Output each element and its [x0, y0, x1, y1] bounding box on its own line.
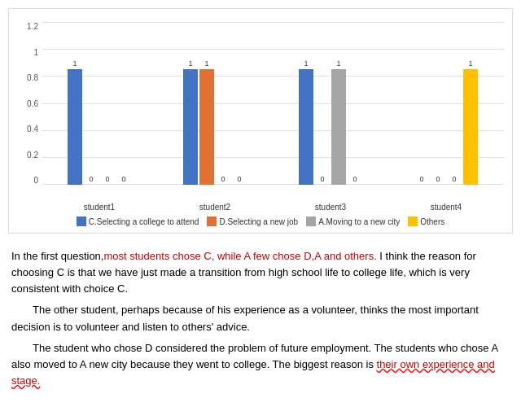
bar-wrapper: 1: [199, 59, 214, 185]
bar-value-label: 0: [452, 175, 456, 183]
legend-color-box: [77, 217, 86, 226]
x-axis-label: student2: [157, 201, 273, 212]
y-axis-label: 0.8: [17, 73, 38, 82]
chart-area: 00.20.40.60.811.2 1000110010100001: [17, 22, 504, 201]
y-axis-label: 0: [17, 176, 38, 185]
chart-container: 00.20.40.60.811.2 1000110010100001 stude…: [8, 8, 513, 234]
bar-value-label: 1: [304, 59, 308, 68]
bar-group: 1100: [157, 59, 273, 185]
legend-label: C.Selecting a college to attend: [89, 217, 199, 226]
bar: [463, 69, 478, 185]
legend-color-box: [207, 217, 217, 226]
bar-value-label: 0: [237, 175, 241, 183]
bar-wrapper: 0: [348, 175, 362, 185]
bar-value-label: 0: [419, 175, 423, 183]
bar-wrapper: 0: [431, 175, 445, 185]
bar-value-label: 0: [436, 175, 440, 183]
highlight-1: most students chose C, while A few chose…: [103, 250, 376, 262]
legend-item: Others: [408, 217, 444, 226]
bar: [199, 69, 214, 185]
legend-item: C.Selecting a college to attend: [77, 217, 199, 226]
legend: C.Selecting a college to attendD.Selecti…: [17, 217, 504, 226]
bar-value-label: 1: [72, 59, 77, 68]
y-axis-label: 1.2: [17, 22, 38, 31]
bar-wrapper: 0: [447, 175, 462, 185]
bar: [331, 69, 346, 185]
bar-value-label: 0: [352, 175, 357, 183]
bar-wrapper: 0: [84, 175, 99, 185]
text-section: In the first question,most students chos…: [0, 234, 521, 402]
bar-group: 0001: [388, 59, 504, 185]
bar-value-label: 1: [336, 59, 340, 68]
bar: [299, 69, 313, 185]
bar-wrapper: 1: [299, 59, 313, 185]
y-axis-label: 1: [17, 48, 38, 57]
legend-item: D.Selecting a new job: [207, 217, 298, 226]
bar-group: 1010: [273, 59, 388, 185]
bar-wrapper: 0: [315, 175, 330, 185]
x-labels: student1student2student3student4: [17, 201, 504, 212]
x-axis-label: student4: [388, 201, 504, 212]
bar-wrapper: 1: [463, 59, 478, 185]
highlight-2: their own experience and stage.: [11, 358, 495, 387]
y-axis-label: 0.2: [17, 151, 38, 160]
y-axis: 00.20.40.60.811.2: [17, 22, 42, 201]
paragraph-1: In the first question,most students chos…: [11, 248, 510, 297]
plot-area: 1000110010100001: [42, 22, 504, 201]
legend-label: A.Moving to a new city: [318, 217, 400, 226]
y-axis-label: 0.4: [17, 125, 38, 133]
bar-value-label: 1: [204, 59, 208, 68]
bars-area: 1000110010100001: [42, 22, 504, 201]
legend-label: D.Selecting a new job: [219, 217, 298, 226]
bar-value-label: 0: [121, 175, 125, 183]
bar-value-label: 0: [320, 175, 324, 183]
bar-group: 1000: [42, 59, 157, 185]
bar-wrapper: 0: [100, 175, 115, 185]
y-axis-label: 0.6: [17, 99, 38, 108]
x-axis-label: student3: [273, 201, 388, 212]
legend-color-box: [408, 217, 418, 226]
bar-value-label: 0: [105, 175, 109, 183]
bar-wrapper: 0: [216, 175, 230, 185]
paragraph-2: The other student, perhaps because of hi…: [11, 302, 510, 335]
legend-item: A.Moving to a new city: [306, 217, 400, 226]
x-axis-label: student1: [42, 201, 157, 212]
bar: [183, 69, 198, 185]
bar-wrapper: 0: [232, 175, 247, 185]
bar-value-label: 1: [188, 59, 192, 68]
bar-wrapper: 0: [414, 175, 429, 185]
paragraph-3: The student who chose D considered the p…: [11, 340, 510, 389]
legend-label: Others: [420, 217, 444, 226]
bar-value-label: 0: [89, 175, 93, 183]
bar-value-label: 0: [221, 175, 225, 183]
legend-color-box: [306, 217, 316, 226]
bar-wrapper: 0: [116, 175, 131, 185]
bar-wrapper: 1: [331, 59, 346, 185]
bar-wrapper: 1: [183, 59, 198, 185]
bar-wrapper: 1: [68, 59, 82, 185]
bar: [68, 69, 82, 185]
bar-value-label: 1: [468, 59, 472, 68]
